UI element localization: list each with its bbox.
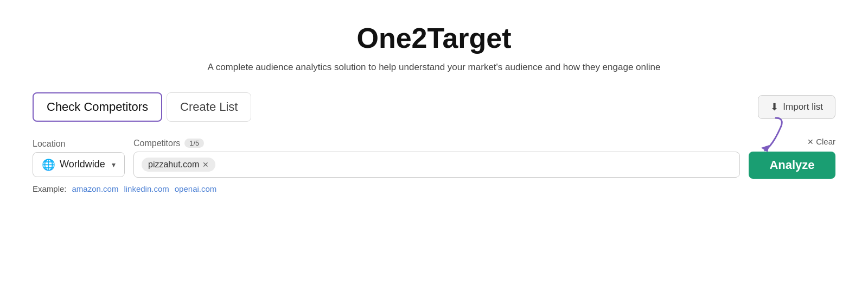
- globe-icon: 🌐: [42, 158, 55, 171]
- chevron-down-icon: ▾: [112, 160, 116, 169]
- example-link-linkedin[interactable]: linkedin.com: [124, 184, 169, 193]
- location-label: Location: [33, 139, 125, 149]
- tab-check-competitors[interactable]: Check Competitors: [33, 92, 162, 122]
- import-list-button[interactable]: ⬇ Import list: [758, 95, 835, 119]
- tabs-row: Check Competitors Create List ⬇ Import l…: [33, 92, 835, 122]
- labels-row: Location 🌐 Worldwide ▾ Competitors 1/5 p…: [33, 137, 835, 179]
- location-value: Worldwide: [60, 159, 105, 170]
- competitors-label-row: Competitors 1/5: [133, 139, 740, 148]
- page-title: One2Target: [33, 22, 835, 54]
- right-controls: ✕ Clear Analyze: [749, 137, 835, 179]
- page-subtitle: A complete audience analytics solution t…: [33, 62, 835, 73]
- page-header: One2Target A complete audience analytics…: [33, 22, 835, 73]
- tab-create-list[interactable]: Create List: [167, 92, 251, 122]
- clear-x-icon: ✕: [807, 137, 814, 146]
- examples-row: Example: amazon.com linkedin.com openai.…: [33, 184, 835, 193]
- competitors-badge: 1/5: [184, 139, 204, 148]
- competitors-input-wrapper[interactable]: pizzahut.com ✕: [133, 152, 740, 178]
- tabs-left: Check Competitors Create List: [33, 92, 251, 122]
- tag-value: pizzahut.com: [148, 160, 199, 170]
- analyze-button[interactable]: Analyze: [749, 152, 835, 179]
- competitors-column: Competitors 1/5 pizzahut.com ✕: [133, 139, 740, 178]
- competitors-input[interactable]: [221, 160, 732, 170]
- example-link-openai[interactable]: openai.com: [175, 184, 217, 193]
- clear-button[interactable]: ✕ Clear: [807, 137, 835, 148]
- example-link-amazon[interactable]: amazon.com: [72, 184, 119, 193]
- form-section: Location 🌐 Worldwide ▾ Competitors 1/5 p…: [33, 137, 835, 193]
- location-column: Location 🌐 Worldwide ▾: [33, 139, 125, 177]
- clear-label: Clear: [816, 137, 835, 146]
- competitor-tag: pizzahut.com ✕: [142, 158, 215, 172]
- import-icon: ⬇: [770, 101, 778, 113]
- tag-remove-button[interactable]: ✕: [202, 161, 209, 168]
- location-select[interactable]: 🌐 Worldwide ▾: [33, 152, 125, 177]
- competitors-label: Competitors: [133, 139, 180, 148]
- examples-label: Example:: [33, 184, 67, 193]
- import-list-label: Import list: [783, 102, 823, 112]
